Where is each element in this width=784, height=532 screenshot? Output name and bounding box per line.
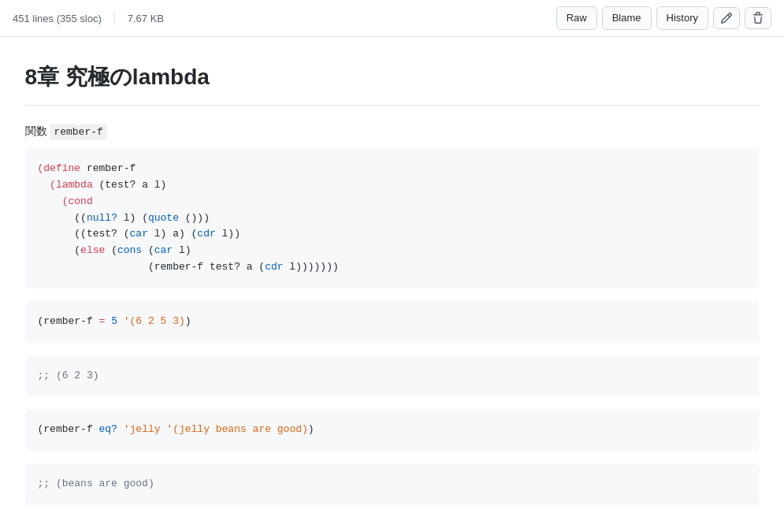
pencil-icon — [720, 12, 733, 24]
code-block-result-1: ;; (6 2 3) — [25, 355, 760, 397]
lines-info: 451 lines (355 sloc) — [13, 13, 115, 24]
code-block-call-2: (rember-f eq? 'jelly '(jelly beans are g… — [25, 409, 760, 451]
toolbar-buttons: Raw Blame History — [556, 6, 771, 30]
file-info: 451 lines (355 sloc) 7.67 KB — [13, 13, 164, 24]
code-block-define: (define rember-f (lambda (test? a l) (co… — [25, 148, 760, 288]
section-label-text: 関数 — [25, 125, 47, 137]
blame-button[interactable]: Blame — [602, 6, 652, 30]
top-bar: 451 lines (355 sloc) 7.67 KB Raw Blame H… — [0, 0, 784, 37]
section-code: rember-f — [50, 125, 106, 140]
delete-button[interactable] — [745, 7, 771, 29]
trash-icon — [752, 12, 764, 24]
history-button[interactable]: History — [656, 6, 708, 30]
size-info: 7.67 KB — [128, 13, 164, 24]
code-block-result-2: ;; (beans are good) — [25, 463, 760, 505]
section-label: 関数 rember-f — [25, 125, 760, 139]
code-block-call-1: (rember-f = 5 '(6 2 5 3)) — [25, 301, 760, 343]
page-title: 8章 究極のlambda — [25, 62, 760, 106]
edit-button[interactable] — [713, 7, 740, 29]
content: 8章 究極のlambda 関数 rember-f (define rember-… — [6, 37, 778, 532]
raw-button[interactable]: Raw — [556, 6, 597, 30]
